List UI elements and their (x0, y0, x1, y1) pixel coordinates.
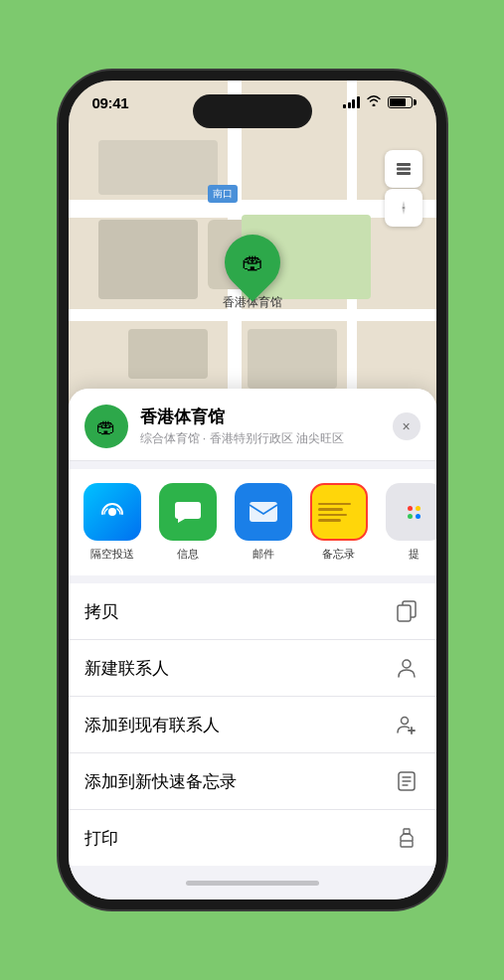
wifi-icon (366, 94, 382, 109)
svg-rect-0 (397, 163, 411, 166)
airdrop-icon (84, 483, 141, 541)
map-controls (385, 150, 422, 227)
action-list: 拷贝 新建联系人 (69, 583, 436, 866)
pin-circle: 🏟 (213, 223, 291, 301)
action-item-add-existing[interactable]: 添加到现有联系人 (69, 697, 436, 753)
action-item-print[interactable]: 打印 (69, 810, 436, 866)
venue-info: 香港体育馆 综合体育馆 · 香港特别行政区 油尖旺区 (140, 406, 381, 447)
svg-point-3 (402, 207, 405, 210)
person-icon (393, 654, 420, 682)
phone-frame: 09:41 (59, 71, 446, 909)
map-layers-button[interactable] (385, 150, 422, 188)
share-item-more[interactable]: 提 (379, 483, 436, 562)
mail-icon (235, 483, 292, 541)
svg-rect-1 (397, 168, 411, 171)
svg-rect-2 (397, 172, 411, 175)
signal-bars-icon (343, 96, 360, 108)
action-item-add-notes[interactable]: 添加到新快速备忘录 (69, 753, 436, 810)
airdrop-label: 隔空投送 (90, 547, 134, 562)
action-add-notes-label: 添加到新快速备忘录 (84, 770, 237, 793)
share-item-message[interactable]: 信息 (152, 483, 224, 562)
status-icons (343, 94, 413, 109)
more-icon (386, 483, 436, 541)
action-new-contact-label: 新建联系人 (84, 657, 169, 680)
bottom-sheet: 🏟 香港体育馆 综合体育馆 · 香港特别行政区 油尖旺区 × (69, 389, 436, 899)
svg-point-4 (108, 508, 116, 516)
share-item-airdrop[interactable]: 隔空投送 (77, 483, 148, 562)
notes-lines (312, 485, 366, 539)
share-item-notes[interactable]: 备忘录 (303, 483, 375, 562)
svg-rect-7 (398, 605, 411, 621)
share-row: 隔空投送 信息 邮件 (69, 469, 436, 575)
status-time: 09:41 (92, 94, 129, 111)
dynamic-island (193, 94, 312, 128)
more-dots-icon (404, 502, 424, 523)
action-item-copy[interactable]: 拷贝 (69, 583, 436, 640)
svg-rect-17 (404, 829, 410, 834)
map-label-nankou: 南口 (208, 185, 238, 203)
venue-icon: 🏟 (84, 405, 128, 448)
share-item-mail[interactable]: 邮件 (228, 483, 299, 562)
location-pin: 🏟 香港体育馆 (223, 235, 282, 311)
pin-inner-icon: 🏟 (242, 249, 263, 275)
svg-point-9 (401, 718, 408, 725)
notes-label: 备忘录 (322, 547, 355, 562)
svg-point-8 (403, 660, 411, 668)
venue-subtitle: 综合体育馆 · 香港特别行政区 油尖旺区 (140, 430, 381, 447)
close-button[interactable]: × (393, 412, 420, 440)
venue-name: 香港体育馆 (140, 406, 381, 428)
message-label: 信息 (177, 547, 199, 562)
action-add-existing-label: 添加到现有联系人 (84, 714, 220, 736)
home-indicator (69, 866, 436, 899)
note-icon (393, 767, 420, 795)
battery-icon (388, 96, 413, 108)
notes-icon (310, 483, 368, 541)
action-item-new-contact[interactable]: 新建联系人 (69, 640, 436, 697)
svg-rect-5 (250, 502, 277, 522)
mail-label: 邮件 (252, 547, 274, 562)
svg-rect-16 (401, 841, 413, 847)
action-copy-label: 拷贝 (84, 600, 118, 623)
message-icon (159, 483, 217, 541)
print-icon (393, 824, 420, 852)
venue-header: 🏟 香港体育馆 综合体育馆 · 香港特别行政区 油尖旺区 × (69, 389, 436, 461)
compass-button[interactable] (385, 189, 422, 227)
copy-icon (393, 597, 420, 625)
home-bar (186, 881, 319, 886)
more-label: 提 (409, 547, 420, 562)
person-plus-icon (393, 711, 420, 738)
action-print-label: 打印 (84, 827, 118, 850)
